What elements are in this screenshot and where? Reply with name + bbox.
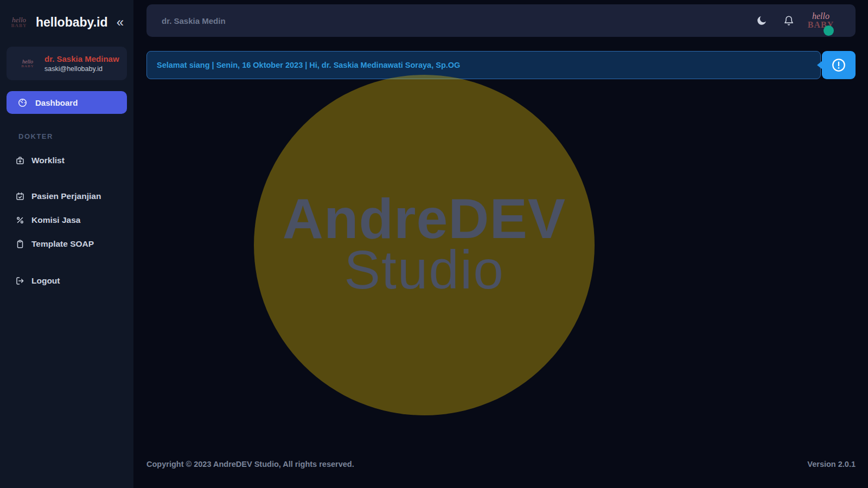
greeting-banner: Selamat siang | Senin, 16 Oktober 2023 |…	[146, 51, 821, 79]
profile-text: dr. Saskia Medinaw saski@hellobaby.id	[44, 54, 119, 73]
online-status-dot	[824, 25, 834, 36]
calendar-check-icon	[15, 191, 25, 201]
clipboard-icon	[15, 239, 25, 249]
user-avatar[interactable]: hello BABY	[811, 11, 831, 30]
sidebar-item-pasien-perjanjian[interactable]: Pasien Perjanjian	[0, 189, 133, 203]
briefcase-medical-icon	[15, 156, 25, 165]
profile-avatar: hello BABY	[18, 59, 37, 68]
sidebar-item-label: Logout	[31, 276, 60, 286]
profile-name: dr. Saskia Medinaw	[44, 54, 119, 63]
watermark-line2: Studio	[344, 243, 505, 296]
bell-icon[interactable]	[783, 15, 795, 27]
moon-icon[interactable]	[756, 15, 768, 27]
watermark-circle: AndreDEV Studio	[254, 75, 595, 415]
profile-card[interactable]: hello BABY dr. Saskia Medinaw saski@hell…	[7, 47, 127, 80]
sidebar-collapse-icon[interactable]: «	[117, 15, 126, 30]
greeting-banner-row: Selamat siang | Senin, 16 Oktober 2023 |…	[146, 51, 856, 79]
footer-copyright: Copyright © 2023 AndreDEV Studio, All ri…	[146, 460, 354, 468]
sidebar-header: hello BABY hellobaby.id «	[0, 0, 133, 36]
sidebar-item-label: Template SOAP	[31, 239, 94, 249]
footer-version: Version 2.0.1	[807, 460, 856, 468]
topbar-user-title: dr. Saskia Medin	[162, 16, 226, 25]
footer: Copyright © 2023 AndreDEV Studio, All ri…	[146, 460, 856, 468]
greeting-text: Selamat siang | Senin, 16 Oktober 2023 |…	[157, 61, 460, 69]
sidebar-item-label: Worklist	[31, 156, 65, 165]
sidebar-item-worklist[interactable]: Worklist	[0, 153, 133, 168]
banner-info-button[interactable]	[822, 51, 856, 79]
exclamation-circle-icon	[831, 57, 847, 73]
sidebar-item-logout[interactable]: Logout	[0, 274, 133, 288]
percent-icon	[15, 215, 25, 225]
logout-icon	[15, 276, 25, 286]
watermark-line1: AndreDEV	[283, 195, 566, 243]
sidebar-item-label: Komisi Jasa	[31, 215, 80, 225]
profile-email: saski@hellobaby.id	[44, 65, 119, 73]
topbar-actions: hello BABY	[756, 11, 831, 30]
sidebar-section-dokter: DOKTER	[18, 132, 133, 140]
sidebar: hello BABY hellobaby.id « hello BABY dr.…	[0, 0, 133, 488]
topbar: dr. Saskia Medin hello BABY	[146, 4, 856, 37]
main-content: dr. Saskia Medin hello BABY	[133, 0, 868, 488]
sidebar-item-komisi-jasa[interactable]: Komisi Jasa	[0, 213, 133, 227]
sidebar-item-label: Pasien Perjanjian	[31, 191, 101, 201]
sidebar-item-dashboard[interactable]: Dashboard	[7, 91, 127, 114]
sidebar-item-label: Dashboard	[35, 98, 78, 107]
brand-title: hellobaby.id	[36, 15, 107, 30]
gauge-icon	[17, 98, 28, 108]
app-screen: hello BABY hellobaby.id « hello BABY dr.…	[0, 0, 868, 488]
brand-logo-icon: hello BABY	[8, 16, 30, 28]
sidebar-item-template-soap[interactable]: Template SOAP	[0, 237, 133, 251]
